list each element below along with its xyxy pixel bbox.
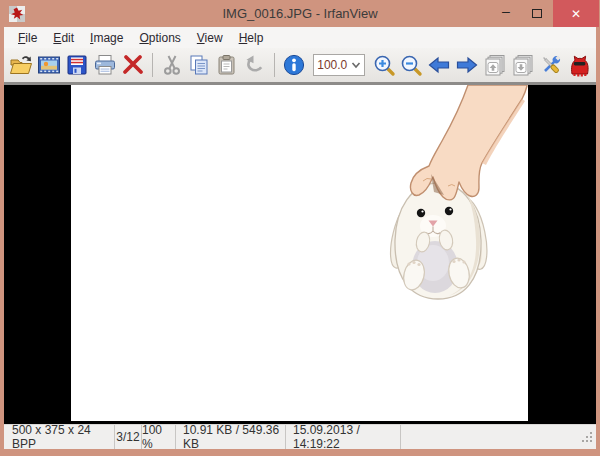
save-icon [65,53,89,77]
zoom-in-button[interactable] [370,51,398,79]
status-file-datetime: 15.09.2013 / 14:19:22 [286,425,401,449]
toolbar: 100.0 [4,48,596,85]
irfanview-window: IMG_0016.JPG - IrfanView – ✕ File Edit I… [0,0,600,456]
next-image-button[interactable] [453,51,481,79]
arrow-left-icon [427,53,451,77]
image-canvas[interactable] [4,85,596,424]
zoom-value: 100.0 [317,58,350,72]
maximize-icon [532,9,542,18]
undo-arrow-icon [243,53,267,77]
previous-image-button[interactable] [425,51,453,79]
settings-button[interactable] [537,51,565,79]
info-button[interactable] [280,51,308,79]
status-file-size: 10.91 KB / 549.36 KB [176,425,286,449]
slideshow-icon [37,53,61,77]
info-icon [282,53,306,77]
arrow-right-icon [455,53,479,77]
pages-up-icon [483,53,507,77]
status-image-position: 3/12 [115,425,142,449]
print-button[interactable] [91,51,119,79]
delete-button[interactable] [119,51,147,79]
menu-edit[interactable]: Edit [45,29,82,47]
irfanview-app-icon [9,6,25,22]
chevron-down-icon [351,60,361,70]
resize-grip-icon[interactable] [581,431,594,444]
paste-clipboard-icon [215,53,239,77]
zoom-in-icon [372,53,396,77]
menu-options[interactable]: Options [131,29,188,47]
undo-button[interactable] [241,51,269,79]
irfanview-cat-exit-icon [567,53,591,77]
zoom-combobox[interactable]: 100.0 [313,54,364,76]
toolbar-separator [152,53,153,77]
pages-up-button[interactable] [481,51,509,79]
statusbar: 500 x 375 x 24 BPP 3/12 100 % 10.91 KB /… [4,424,596,449]
open-folder-icon [9,53,33,77]
print-icon [93,53,117,77]
photo-viewport [71,85,528,421]
menu-image[interactable]: Image [82,29,131,47]
status-empty-segment [401,425,596,449]
status-image-dimensions: 500 x 375 x 24 BPP [4,425,115,449]
zoom-out-icon [399,53,423,77]
exit-button[interactable] [565,51,593,79]
pages-down-icon [511,53,535,77]
copy-button[interactable] [186,51,214,79]
cut-button[interactable] [158,51,186,79]
menu-file[interactable]: File [10,29,45,47]
minimize-button[interactable]: – [491,0,521,27]
zoom-out-button[interactable] [397,51,425,79]
titlebar[interactable]: IMG_0016.JPG - IrfanView – ✕ [0,0,600,27]
save-button[interactable] [63,51,91,79]
close-button[interactable]: ✕ [553,0,599,27]
toolbar-separator [274,53,275,77]
copy-icon [187,53,211,77]
menu-view[interactable]: View [189,29,231,47]
client-area: File Edit Image Options View Help [4,27,596,449]
wrench-screwdriver-icon [539,53,563,77]
maximize-button[interactable] [521,0,553,27]
hand-holding-plush-bunny-illustration [71,85,528,421]
paste-button[interactable] [213,51,241,79]
open-button[interactable] [7,51,35,79]
delete-icon [121,53,145,77]
menubar: File Edit Image Options View Help [4,27,596,48]
menu-help[interactable]: Help [231,29,272,47]
status-zoom-level: 100 % [142,425,176,449]
cut-scissors-icon [160,53,184,77]
slideshow-button[interactable] [35,51,63,79]
pages-down-button[interactable] [509,51,537,79]
